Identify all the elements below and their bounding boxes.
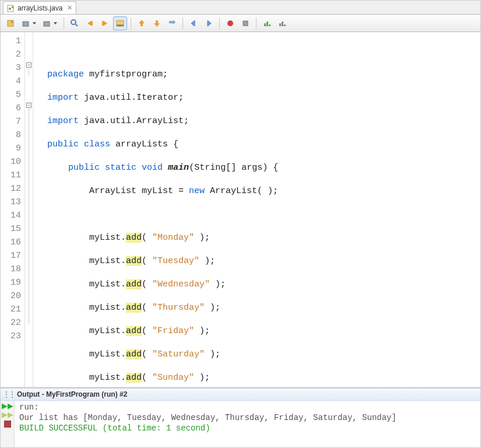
line-number: 10 xyxy=(1,155,24,169)
panel-grip-icon: ⋮⋮ xyxy=(3,390,15,398)
dropdown-caret-icon xyxy=(33,22,36,24)
code-line: myList.add( "Tuesday" ); xyxy=(37,254,480,268)
svg-marker-21 xyxy=(208,20,211,26)
code-line: package myfirstprogram; xyxy=(37,68,480,81)
dropdown-caret-icon xyxy=(54,22,57,24)
line-number: 16 xyxy=(1,236,24,249)
fold-toggle-icon[interactable]: − xyxy=(26,103,31,108)
next-nav-btn[interactable] xyxy=(202,16,216,30)
line-number: 12 xyxy=(1,182,24,195)
fold-guide xyxy=(29,68,29,75)
svg-marker-14 xyxy=(139,20,145,23)
output-gutter: ▶▶ ▶▶ xyxy=(1,401,15,447)
code-line: myList.add( "Friday" ); xyxy=(37,324,480,338)
line-number: 14 xyxy=(1,209,24,222)
line-number: 18 xyxy=(1,262,24,276)
toolbar-separator xyxy=(219,18,220,29)
svg-rect-4 xyxy=(23,22,29,26)
shift-up-btn[interactable] xyxy=(135,16,149,30)
record-macro-btn[interactable] xyxy=(223,16,237,30)
profile2-btn[interactable] xyxy=(275,16,289,30)
shift-down-btn[interactable] xyxy=(150,16,164,30)
line-number: 17 xyxy=(1,249,24,262)
code-line: import java.util.Iterator; xyxy=(37,91,480,104)
close-tab-icon[interactable]: ✕ xyxy=(67,4,72,12)
svg-rect-24 xyxy=(264,23,266,26)
svg-marker-19 xyxy=(173,20,175,24)
code-line xyxy=(37,44,480,58)
run-icon[interactable]: ▶▶ xyxy=(2,402,13,410)
toolbar-separator xyxy=(182,18,183,29)
toggle-highlight-btn[interactable] xyxy=(113,16,127,30)
svg-rect-28 xyxy=(282,22,283,26)
svg-line-7 xyxy=(75,24,78,26)
line-number: 23 xyxy=(1,330,24,343)
line-number: 1 xyxy=(1,34,24,48)
svg-rect-26 xyxy=(269,24,271,26)
code-line: myList.add( "Thursday" ); xyxy=(37,301,480,314)
svg-rect-3 xyxy=(8,20,13,26)
source-btn[interactable] xyxy=(4,16,18,30)
toolbar-separator xyxy=(131,18,131,29)
svg-rect-2 xyxy=(12,6,13,8)
line-number: 6 xyxy=(1,102,24,115)
output-panel-header[interactable]: ⋮⋮ Output - MyFirstProgram (run) #2 xyxy=(1,388,480,401)
code-line: public class arrayLists { xyxy=(37,138,480,151)
fwd-history-btn[interactable] xyxy=(40,16,54,30)
output-line: Our list has [Monday, Tuesday, Wednesday… xyxy=(19,412,476,423)
back-history-btn[interactable] xyxy=(19,16,33,30)
toolbar-separator xyxy=(64,18,64,29)
code-line: ArrayList myList = new ArrayList( ); xyxy=(37,184,480,198)
fold-strip: − − xyxy=(25,32,33,387)
svg-rect-15 xyxy=(141,23,143,26)
svg-rect-29 xyxy=(284,24,286,26)
code-editor[interactable]: 1 2 3 4 5 6 7 8 9 10 11 12 13 14 15 16 1… xyxy=(1,32,480,388)
output-text[interactable]: run: Our list has [Monday, Tuesday, Wedn… xyxy=(15,401,480,447)
svg-rect-9 xyxy=(91,21,93,26)
svg-point-1 xyxy=(9,8,11,10)
svg-rect-16 xyxy=(156,20,158,23)
svg-rect-23 xyxy=(243,21,248,26)
svg-rect-25 xyxy=(266,22,268,26)
line-number: 5 xyxy=(1,88,24,102)
code-line: myList.add( "Monday" ); xyxy=(37,231,480,244)
line-number: 7 xyxy=(1,115,24,128)
svg-marker-11 xyxy=(104,21,107,26)
fold-toggle-icon[interactable]: − xyxy=(26,62,31,68)
code-line: import java.util.ArrayList; xyxy=(37,114,480,128)
shift-line-btn[interactable] xyxy=(165,16,179,30)
editor-toolbar xyxy=(1,15,480,32)
line-number: 15 xyxy=(1,222,24,236)
next-bookmark-btn[interactable] xyxy=(98,16,112,30)
prev-bookmark-btn[interactable] xyxy=(83,16,97,30)
profile-btn[interactable] xyxy=(260,16,274,30)
fold-guide xyxy=(29,108,29,324)
code-line: myList.add( "Saturday" ); xyxy=(37,348,480,361)
output-line: run: xyxy=(19,402,476,412)
line-number: 8 xyxy=(1,128,24,142)
rerun-icon[interactable]: ▶▶ xyxy=(2,411,13,418)
svg-marker-20 xyxy=(191,20,195,26)
find-btn[interactable] xyxy=(68,16,82,30)
code-area[interactable]: package myfirstprogram; import java.util… xyxy=(33,32,480,387)
line-number: 4 xyxy=(1,75,24,88)
svg-rect-13 xyxy=(117,24,124,26)
file-tab-label: arrayLists.java xyxy=(17,4,62,12)
line-number-gutter: 1 2 3 4 5 6 7 8 9 10 11 12 13 14 15 16 1… xyxy=(1,32,25,387)
svg-rect-10 xyxy=(102,21,104,26)
file-tab[interactable]: arrayLists.java ✕ xyxy=(3,1,76,14)
line-number: 11 xyxy=(1,169,24,182)
code-line: myList.add( "Wednesday" ); xyxy=(37,278,480,291)
output-title: Output - MyFirstProgram (run) #2 xyxy=(17,390,127,398)
svg-marker-8 xyxy=(87,21,91,26)
line-number: 19 xyxy=(1,276,24,289)
svg-point-22 xyxy=(227,20,233,26)
svg-rect-18 xyxy=(169,21,173,23)
code-line xyxy=(37,208,480,221)
stop-icon[interactable] xyxy=(4,421,11,428)
prev-nav-btn[interactable] xyxy=(187,16,201,30)
code-line: myList.add( "Sunday" ); xyxy=(37,371,480,384)
line-number: 13 xyxy=(1,195,24,209)
stop-macro-btn[interactable] xyxy=(238,16,252,30)
line-number: 9 xyxy=(1,142,24,155)
